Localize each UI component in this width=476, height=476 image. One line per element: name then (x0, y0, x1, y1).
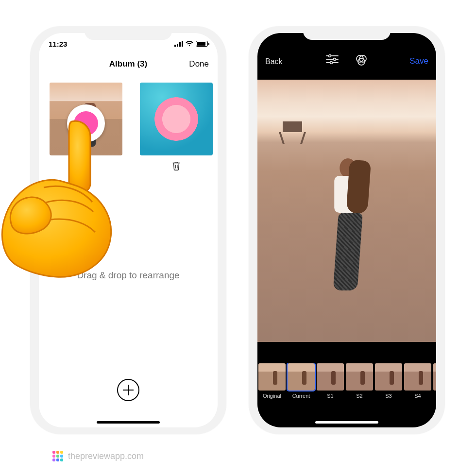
cellular-icon (174, 41, 183, 47)
filter-label: S4 (414, 393, 421, 399)
filter-label: Original (263, 393, 281, 399)
editor-tool-icons (326, 54, 368, 66)
album-screen: 11:23 Album (3) Done (39, 33, 218, 427)
add-button[interactable] (117, 379, 139, 401)
trash-icon[interactable] (81, 160, 91, 171)
filter-s4[interactable]: S4 (403, 363, 432, 410)
nav-bar: Album (3) Done (39, 54, 218, 74)
back-button[interactable]: Back (265, 57, 283, 66)
filter-s1[interactable]: S1 (316, 363, 345, 410)
album-item-1[interactable] (50, 83, 122, 171)
done-button[interactable]: Done (189, 59, 209, 69)
filter-icon[interactable] (355, 54, 368, 66)
filter-s3[interactable]: S3 (374, 363, 403, 410)
filter-current[interactable]: Current (287, 363, 316, 410)
nav-title: Album (3) (109, 59, 147, 69)
rearrange-hint: Drag & drop to rearrange (39, 270, 218, 281)
filter-s[interactable]: S (432, 363, 436, 410)
phone-album: 11:23 Album (3) Done (30, 26, 226, 434)
touch-indicator-icon (67, 104, 105, 142)
adjust-icon[interactable] (326, 54, 339, 66)
filter-thumb (346, 363, 373, 391)
phone-editor: Back Save OriginalCur (249, 26, 445, 434)
home-indicator[interactable] (315, 421, 378, 424)
notch (303, 26, 391, 40)
svg-point-4 (334, 58, 336, 61)
album-item-2[interactable] (140, 83, 213, 171)
filter-strip[interactable]: OriginalCurrentS1S2S3S4S (257, 363, 436, 410)
filter-label: S1 (327, 393, 333, 399)
svg-point-3 (329, 55, 331, 57)
svg-point-5 (330, 62, 333, 64)
photo-thumbnail[interactable] (50, 83, 122, 155)
previewapp-logo-icon (52, 451, 63, 461)
album-grid (39, 74, 218, 171)
filter-thumb (404, 363, 431, 391)
trash-icon[interactable] (171, 160, 182, 171)
filter-label: S2 (356, 393, 362, 399)
status-time: 11:23 (49, 40, 67, 48)
notch (85, 26, 172, 40)
home-indicator[interactable] (97, 421, 160, 424)
filter-label: S3 (385, 393, 391, 399)
filter-thumb (375, 363, 402, 391)
save-button[interactable]: Save (409, 56, 428, 66)
filter-thumb (317, 363, 344, 391)
editor-screen: Back Save OriginalCur (257, 33, 436, 427)
filter-thumb (258, 363, 286, 391)
wifi-icon (186, 41, 193, 47)
filter-s2[interactable]: S2 (345, 363, 374, 410)
thumb-figure (172, 102, 181, 124)
battery-icon (196, 41, 208, 47)
filter-original[interactable]: Original (257, 363, 287, 410)
lifeguard-tower-icon (279, 121, 306, 144)
person-figure (334, 158, 361, 290)
watermark: thepreviewapp.com (52, 451, 144, 461)
filter-label: Current (292, 393, 310, 399)
photo-thumbnail[interactable] (140, 83, 213, 155)
status-indicators (174, 41, 208, 47)
editor-preview[interactable] (257, 80, 436, 342)
watermark-text: thepreviewapp.com (68, 451, 144, 461)
filter-thumb (288, 363, 315, 391)
filter-thumb (433, 363, 436, 391)
